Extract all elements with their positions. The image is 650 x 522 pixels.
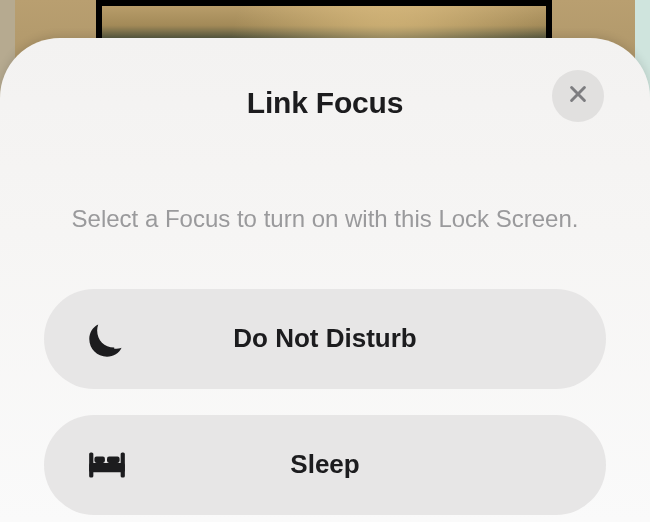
svg-rect-3 <box>94 456 105 462</box>
sheet-title: Link Focus <box>247 86 403 120</box>
focus-option-do-not-disturb[interactable]: Do Not Disturb <box>44 289 606 389</box>
svg-rect-4 <box>107 456 120 462</box>
focus-option-list: Do Not Disturb Sleep <box>40 289 610 515</box>
moon-icon <box>86 318 128 360</box>
close-button[interactable] <box>552 70 604 122</box>
svg-rect-2 <box>89 463 125 472</box>
focus-option-label: Sleep <box>44 449 606 480</box>
sheet-header: Link Focus <box>40 68 610 138</box>
bed-icon <box>86 444 128 486</box>
focus-option-label: Do Not Disturb <box>44 323 606 354</box>
sheet-subtitle: Select a Focus to turn on with this Lock… <box>40 202 610 237</box>
focus-option-sleep[interactable]: Sleep <box>44 415 606 515</box>
link-focus-sheet: Link Focus Select a Focus to turn on wit… <box>0 38 650 522</box>
close-icon <box>567 83 589 109</box>
